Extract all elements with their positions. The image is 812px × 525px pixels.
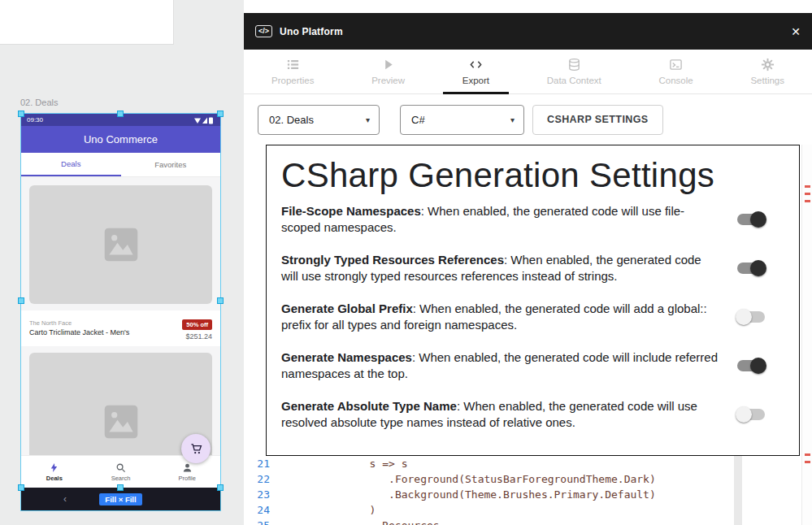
nav-item-deals[interactable]: Deals — [21, 456, 88, 488]
setting-name: Strongly Typed Resources References — [281, 253, 504, 267]
toggle-thumb — [750, 358, 766, 374]
phone-app-bar: Uno Commerce — [21, 126, 220, 153]
code-line: 21 s => s — [244, 456, 732, 471]
minimap-marker — [805, 193, 810, 195]
toggle-thumb — [750, 260, 766, 276]
line-text: ) — [280, 502, 376, 518]
selection-handle[interactable] — [18, 111, 24, 117]
minimap-marker — [805, 453, 810, 456]
phone-tab-deals[interactable]: Deals — [21, 153, 121, 176]
panel-title: Uno Platform — [280, 26, 343, 37]
status-time: 09:30 — [27, 116, 43, 124]
tab-preview[interactable]: Preview — [363, 50, 413, 93]
line-text: .Resources — [280, 518, 440, 525]
code-editor[interactable]: 21 s => s 22 .Foreground(StatusBarForegr… — [244, 456, 732, 525]
product-price-box: 50% off $251.24 — [182, 315, 212, 341]
close-icon[interactable]: ✕ — [791, 25, 801, 38]
setting-name: Generate Global Prefix — [281, 302, 413, 315]
toggle-thumb — [750, 211, 766, 228]
page-select-value: 02. Deals — [269, 114, 314, 126]
signal-icon — [202, 117, 207, 124]
status-icons — [193, 116, 215, 124]
toggle-strongly-typed-resources[interactable] — [737, 262, 765, 274]
setting-row: Strongly Typed Resources References: Whe… — [281, 252, 784, 284]
tab-settings[interactable]: Settings — [742, 50, 792, 93]
setting-row: File-Scope Namespaces: When enabled, the… — [281, 203, 784, 236]
line-number: 22 — [244, 471, 270, 487]
selection-handle[interactable] — [18, 297, 24, 304]
artboard-label[interactable]: 02. Deals — [20, 98, 58, 107]
tab-properties[interactable]: Properties — [263, 50, 322, 93]
tab-console[interactable]: Console — [651, 50, 701, 93]
minimap-marker — [805, 200, 810, 202]
terminal-icon — [669, 58, 683, 72]
product-price: $251.24 — [182, 332, 212, 341]
setting-text: Generate Global Prefix: When enabled, th… — [281, 301, 737, 333]
toggle-generate-namespaces[interactable] — [737, 360, 765, 371]
setting-text: Generate Namespaces: When enabled, the g… — [281, 349, 737, 382]
dialog-title: CSharp Generation Settings — [281, 156, 784, 194]
nav-label: Search — [111, 475, 131, 482]
setting-name: Generate Absolute Type Name — [281, 399, 457, 413]
product-name: Carto Triclimate Jacket - Men's — [29, 328, 129, 336]
nav-label: Deals — [46, 475, 63, 482]
tab-label: Console — [659, 76, 693, 85]
line-number: 21 — [244, 456, 270, 471]
setting-text: Generate Absolute Type Name: When enable… — [281, 398, 737, 431]
export-toolbar: 02. Deals ▾ C# ▾ CSHARP SETTINGS — [244, 94, 812, 145]
tab-label: Settings — [750, 76, 784, 85]
battery-icon — [209, 117, 213, 124]
selection-handle[interactable] — [217, 111, 224, 117]
chevron-down-icon: ▾ — [366, 115, 370, 124]
person-icon — [182, 462, 193, 473]
design-canvas[interactable]: 02. Deals 09:30 Uno Commerce Deals — [0, 0, 244, 525]
image-placeholder-icon — [99, 400, 143, 444]
csharp-settings-button[interactable]: CSHARP SETTINGS — [532, 105, 663, 135]
code-icon — [469, 58, 483, 72]
toggle-generate-global-prefix[interactable] — [737, 311, 765, 323]
selection-handle[interactable] — [217, 297, 224, 304]
selection-handle[interactable] — [18, 484, 24, 491]
selection-handle[interactable] — [217, 484, 224, 491]
bolt-icon — [49, 462, 59, 473]
phone-system-bar: ‹ Fill × Fill — [21, 488, 220, 510]
tab-data-context[interactable]: Data Context — [539, 50, 610, 93]
cart-icon — [190, 443, 202, 455]
setting-name: Generate Namespaces — [281, 350, 412, 364]
back-chevron-icon[interactable]: ‹ — [63, 493, 67, 505]
code-line: 23 .Background(Theme.Brushes.Primary.Def… — [244, 487, 732, 502]
nav-item-search[interactable]: Search — [88, 456, 154, 488]
phone-app-title: Uno Commerce — [84, 133, 158, 145]
toggle-generate-absolute-type-name[interactable] — [737, 409, 765, 420]
selection-handle[interactable] — [117, 111, 124, 117]
language-select-value: C# — [411, 114, 425, 126]
page-select[interactable]: 02. Deals ▾ — [258, 105, 380, 135]
code-line: 22 .Foreground(StatusBarForegroundTheme.… — [244, 471, 732, 487]
panel-header: </> Uno Platform ✕ — [244, 13, 812, 50]
toggle-thumb — [736, 406, 752, 423]
line-text: .Background(Theme.Brushes.Primary.Defaul… — [280, 487, 656, 502]
image-placeholder-icon — [99, 223, 143, 267]
code-scrollbar[interactable] — [734, 456, 742, 525]
line-number: 23 — [244, 487, 270, 502]
gear-icon — [761, 58, 775, 72]
tab-export[interactable]: Export — [454, 50, 497, 93]
setting-row: Generate Namespaces: When enabled, the g… — [281, 349, 784, 382]
tab-label: Properties — [271, 76, 314, 85]
phone-tab-bar: Deals Favorites — [21, 153, 220, 177]
phone-preview[interactable]: 09:30 Uno Commerce Deals Favorites — [21, 114, 220, 510]
toggle-file-scope-namespaces[interactable] — [737, 214, 765, 225]
line-number: 24 — [244, 502, 270, 518]
product-text: The North Face Carto Triclimate Jacket -… — [29, 319, 129, 336]
app-window: 02. Deals 09:30 Uno Commerce Deals — [0, 0, 812, 525]
canvas-panel-fragment — [0, 0, 174, 45]
phone-tab-favorites[interactable]: Favorites — [121, 153, 221, 176]
cart-fab[interactable] — [181, 434, 211, 463]
selection-handle[interactable] — [117, 484, 124, 491]
setting-text: File-Scope Namespaces: When enabled, the… — [281, 203, 737, 236]
product-card[interactable] — [29, 185, 212, 304]
language-select[interactable]: C# ▾ — [400, 105, 524, 135]
setting-text: Strongly Typed Resources References: Whe… — [281, 252, 737, 284]
toggle-thumb — [736, 309, 752, 325]
product-info-row[interactable]: The North Face Carto Triclimate Jacket -… — [21, 310, 220, 346]
